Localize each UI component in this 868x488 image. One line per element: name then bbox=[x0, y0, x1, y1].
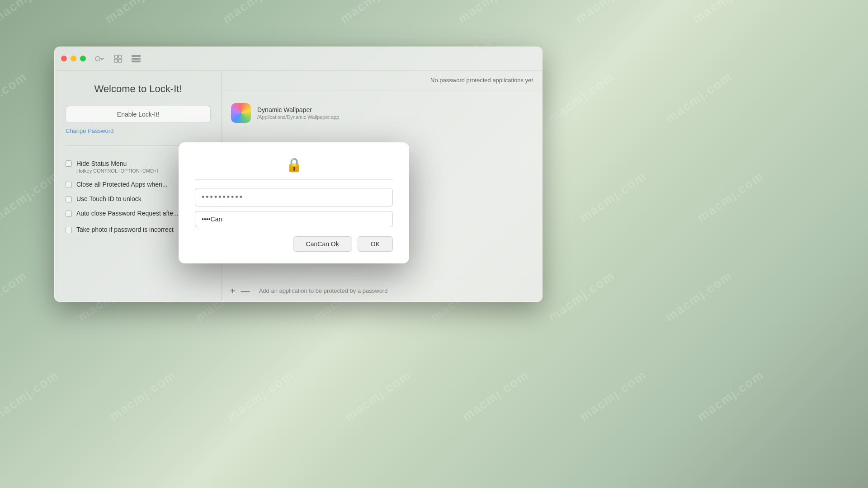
dialog-buttons: CanCan Ok OK bbox=[195, 236, 393, 252]
dialog-ok-button[interactable]: OK bbox=[358, 236, 393, 252]
dialog-icon-row: 🔒 bbox=[195, 157, 393, 173]
lock-icon: 🔒 bbox=[286, 157, 302, 173]
dialog-password-field-1[interactable] bbox=[195, 188, 393, 206]
dialog-box: 🔒 CanCan Ok OK bbox=[179, 142, 409, 263]
dialog-password-field-2[interactable] bbox=[195, 211, 393, 227]
dialog-fields bbox=[195, 188, 393, 227]
dialog-cancel-button[interactable]: CanCan Ok bbox=[293, 236, 352, 252]
dialog-overlay: 🔒 CanCan Ok OK bbox=[0, 0, 868, 488]
dialog-divider bbox=[195, 179, 393, 180]
